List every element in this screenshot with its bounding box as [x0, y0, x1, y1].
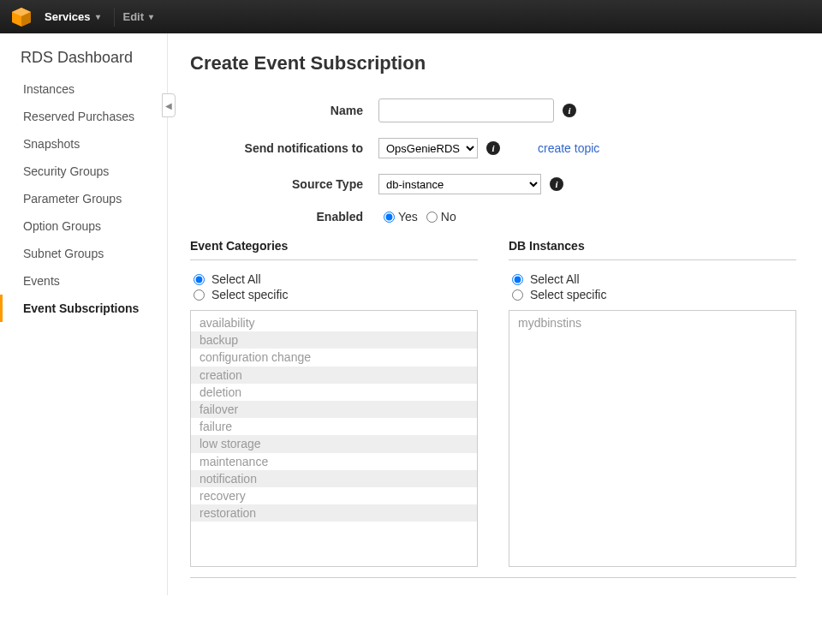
sidebar: ◀ RDS Dashboard InstancesReserved Purcha…: [0, 33, 167, 595]
list-item[interactable]: low storage: [191, 435, 477, 452]
sidebar-item[interactable]: Instances: [0, 75, 167, 103]
services-menu[interactable]: Services ▾: [45, 10, 100, 23]
list-item[interactable]: creation: [191, 367, 477, 384]
list-item[interactable]: restoration: [191, 504, 477, 522]
sidebar-item[interactable]: Events: [0, 267, 167, 295]
db-select-specific-row[interactable]: Select specific: [512, 288, 796, 301]
db-instances-panel: DB Instances Select All Select specific …: [509, 239, 796, 567]
event-categories-title: Event Categories: [190, 239, 478, 260]
info-icon[interactable]: i: [550, 177, 563, 191]
source-type-label: Source Type: [190, 177, 378, 191]
footer-divider: [190, 577, 796, 578]
list-item[interactable]: configuration change: [191, 349, 477, 366]
sidebar-title: RDS Dashboard: [0, 45, 167, 75]
enabled-yes-label: Yes: [398, 210, 418, 224]
nav-separator: [114, 8, 115, 27]
ec-select-all-radio[interactable]: [194, 274, 205, 285]
sidebar-item[interactable]: Security Groups: [0, 158, 167, 185]
sidebar-item[interactable]: Event Subscriptions: [0, 295, 167, 322]
edit-menu[interactable]: Edit ▾: [123, 10, 154, 23]
source-type-select[interactable]: db-instance: [378, 174, 541, 194]
list-item[interactable]: failover: [191, 401, 477, 418]
chevron-down-icon: ▾: [96, 12, 100, 21]
info-icon[interactable]: i: [563, 104, 576, 117]
collapse-sidebar-button[interactable]: ◀: [162, 93, 176, 117]
info-icon[interactable]: i: [486, 141, 500, 155]
notify-select[interactable]: OpsGenieRDS: [378, 138, 478, 158]
ec-select-all-label: Select All: [211, 272, 261, 286]
enabled-label: Enabled: [190, 210, 378, 224]
sidebar-item[interactable]: Subnet Groups: [0, 240, 167, 267]
create-topic-link[interactable]: create topic: [538, 141, 599, 155]
ec-select-all-row[interactable]: Select All: [194, 272, 478, 286]
sidebar-item[interactable]: Snapshots: [0, 130, 167, 158]
db-instances-title: DB Instances: [509, 239, 796, 260]
list-item[interactable]: availability: [191, 314, 477, 331]
db-select-all-row[interactable]: Select All: [512, 272, 796, 286]
sidebar-item[interactable]: Parameter Groups: [0, 185, 167, 212]
list-item[interactable]: failure: [191, 418, 477, 435]
page-title: Create Event Subscription: [190, 52, 796, 75]
aws-logo-icon[interactable]: [10, 6, 33, 28]
edit-label: Edit: [123, 10, 145, 23]
notify-label: Send notifications to: [190, 141, 378, 155]
main-content: Create Event Subscription Name i Send no…: [167, 33, 822, 595]
sidebar-item[interactable]: Option Groups: [0, 212, 167, 240]
ec-select-specific-row[interactable]: Select specific: [194, 288, 478, 301]
list-item[interactable]: notification: [191, 470, 477, 487]
enabled-no-radio[interactable]: [426, 212, 438, 223]
event-categories-listbox[interactable]: availabilitybackupconfiguration changecr…: [190, 310, 478, 567]
top-nav: Services ▾ Edit ▾: [0, 0, 822, 33]
db-instances-listbox[interactable]: mydbinstins: [509, 310, 796, 567]
list-item[interactable]: deletion: [191, 384, 477, 401]
services-label: Services: [45, 10, 91, 23]
event-categories-panel: Event Categories Select All Select speci…: [190, 239, 478, 567]
name-label: Name: [190, 104, 378, 117]
list-item[interactable]: backup: [191, 331, 477, 349]
db-select-specific-radio[interactable]: [512, 289, 523, 301]
ec-select-specific-label: Select specific: [211, 288, 288, 301]
ec-select-specific-radio[interactable]: [194, 289, 205, 301]
sidebar-item[interactable]: Reserved Purchases: [0, 103, 167, 130]
list-item[interactable]: maintenance: [191, 453, 477, 470]
db-select-all-radio[interactable]: [512, 274, 523, 285]
name-input[interactable]: [378, 98, 554, 122]
list-item[interactable]: mydbinstins: [509, 314, 795, 331]
db-select-all-label: Select All: [530, 272, 580, 286]
chevron-down-icon: ▾: [149, 12, 153, 21]
enabled-no-label: No: [441, 210, 456, 224]
enabled-yes-radio[interactable]: [384, 212, 395, 223]
db-select-specific-label: Select specific: [530, 288, 606, 301]
list-item[interactable]: recovery: [191, 487, 477, 504]
